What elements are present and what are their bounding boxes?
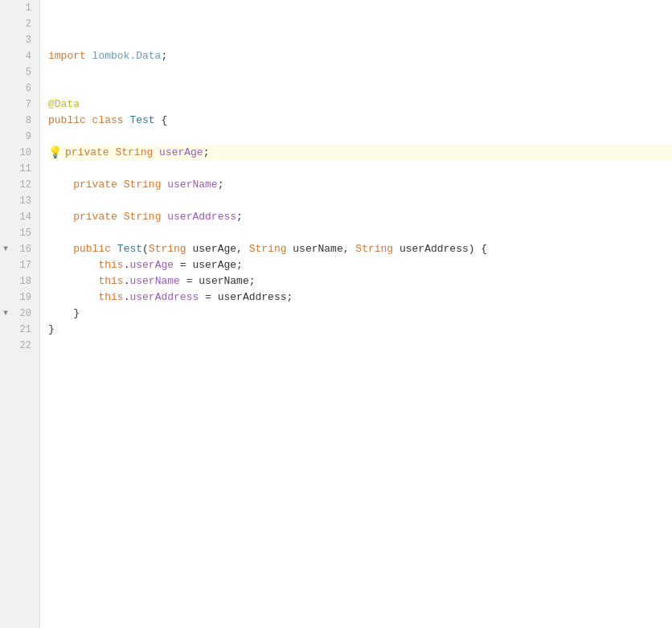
- line-22: 22: [0, 338, 39, 354]
- brace-close-20: }: [73, 306, 80, 322]
- this-userage: userAge: [129, 257, 174, 273]
- keyword-this-19: this: [98, 289, 123, 306]
- line-20: ▼ 20: [0, 306, 39, 322]
- this-useraddress: userAddress: [129, 289, 199, 306]
- method-test: Test: [117, 241, 142, 257]
- keyword-import: import: [48, 48, 92, 64]
- dot-18: .: [124, 273, 130, 289]
- ln-16: 16: [20, 241, 31, 257]
- indent-14: [48, 209, 73, 225]
- dot-17: .: [124, 257, 130, 273]
- code-line-1: [48, 0, 672, 16]
- code-line-21: }: [48, 322, 672, 338]
- assign-17: =: [174, 257, 192, 273]
- line-17: 17: [0, 257, 39, 273]
- keyword-private-14: private: [73, 209, 123, 225]
- bulb-icon-10[interactable]: 💡: [48, 145, 62, 161]
- line-10: 10: [0, 145, 39, 161]
- ln-5: 5: [26, 64, 31, 80]
- semi-17: ;: [236, 257, 243, 273]
- semicolon-10: ;: [203, 145, 210, 161]
- code-line-12: private String userName;: [48, 177, 672, 193]
- code-line-16: public Test(String userAge, String userN…: [48, 241, 672, 257]
- code-line-18: this.userName = userName;: [48, 273, 672, 289]
- val-username: userName: [199, 273, 248, 289]
- fold-icon-16[interactable]: ▼: [3, 241, 8, 257]
- brace-close-21: }: [48, 322, 55, 338]
- field-userage: userAge: [159, 145, 203, 161]
- indent-12: [48, 177, 73, 193]
- ln-2: 2: [26, 16, 31, 32]
- field-useraddress: userAddress: [167, 209, 236, 225]
- ln-3: 3: [26, 32, 31, 48]
- ln-1: 1: [26, 0, 31, 16]
- ln-10: 10: [20, 145, 31, 161]
- ln-4: 4: [26, 48, 31, 64]
- dot-19: .: [124, 289, 130, 306]
- comma-16b: ,: [343, 241, 356, 257]
- annotation-data: @Data: [48, 96, 80, 113]
- ln-6: 6: [26, 80, 31, 96]
- code-line-9: [48, 129, 672, 145]
- line-9: 9: [0, 129, 39, 145]
- code-line-15: [48, 225, 672, 241]
- keyword-this-17: this: [98, 257, 123, 273]
- param-userage: userAge: [192, 241, 236, 257]
- code-line-10: 💡private String userAge;: [48, 145, 672, 161]
- code-line-3: [48, 32, 672, 48]
- line-8: 8: [0, 113, 39, 129]
- semicolon-12: ;: [218, 177, 224, 193]
- type-string-16b: String: [249, 241, 293, 257]
- comma-16a: ,: [236, 241, 249, 257]
- param-username: userName: [293, 241, 342, 257]
- val-useraddress: userAddress: [218, 289, 287, 306]
- code-line-11: [48, 161, 672, 177]
- field-username: userName: [167, 177, 217, 193]
- ln-15: 15: [20, 225, 31, 241]
- code-content: import lombok.Data; @Data public class T…: [40, 0, 672, 628]
- code-line-19: this.userAddress = userAddress;: [48, 289, 672, 306]
- ln-19: 19: [20, 289, 31, 306]
- val-userage: userAge: [192, 257, 236, 273]
- assign-19: =: [199, 289, 217, 306]
- keyword-class: class: [92, 113, 130, 129]
- line-21: 21: [0, 322, 39, 338]
- line-11: 11: [0, 161, 39, 177]
- indent-17: [48, 257, 98, 273]
- paren-close-16: ) {: [469, 241, 487, 257]
- code-line-5: [48, 64, 672, 80]
- ln-14: 14: [20, 209, 31, 225]
- keyword-public-16: public: [73, 241, 117, 257]
- indent-20: [48, 306, 73, 322]
- code-line-13: [48, 193, 672, 209]
- ln-21: 21: [20, 322, 31, 338]
- ln-20: 20: [20, 306, 31, 322]
- type-string-12: String: [124, 177, 168, 193]
- code-editor: 1 2 3 4 5 6 7 8 9 10 11 12 13 14 15 ▼ 16…: [0, 0, 672, 628]
- code-line-14: private String userAddress;: [48, 209, 672, 225]
- ln-12: 12: [20, 177, 31, 193]
- code-line-8: public class Test {: [48, 113, 672, 129]
- ln-18: 18: [20, 273, 31, 289]
- brace-open-8: {: [155, 113, 168, 129]
- code-line-2: [48, 16, 672, 32]
- ln-7: 7: [26, 96, 31, 113]
- line-3: 3: [0, 32, 39, 48]
- code-line-4: import lombok.Data;: [48, 48, 672, 64]
- import-path: lombok.Data: [92, 48, 162, 64]
- line-16: ▼ 16: [0, 241, 39, 257]
- line-6: 6: [0, 80, 39, 96]
- code-line-22: [48, 338, 672, 354]
- type-string-10: String: [115, 145, 159, 161]
- code-line-17: this.userAge = userAge;: [48, 257, 672, 273]
- fold-icon-20[interactable]: ▼: [3, 306, 8, 322]
- indent-16: [48, 241, 73, 257]
- line-numbers: 1 2 3 4 5 6 7 8 9 10 11 12 13 14 15 ▼ 16…: [0, 0, 40, 628]
- assign-18: =: [180, 273, 199, 289]
- code-line-20: }: [48, 306, 672, 322]
- paren-open-16: (: [142, 241, 149, 257]
- keyword-this-18: this: [98, 273, 123, 289]
- line-13: 13: [0, 193, 39, 209]
- this-username: userName: [129, 273, 179, 289]
- ln-13: 13: [20, 193, 31, 209]
